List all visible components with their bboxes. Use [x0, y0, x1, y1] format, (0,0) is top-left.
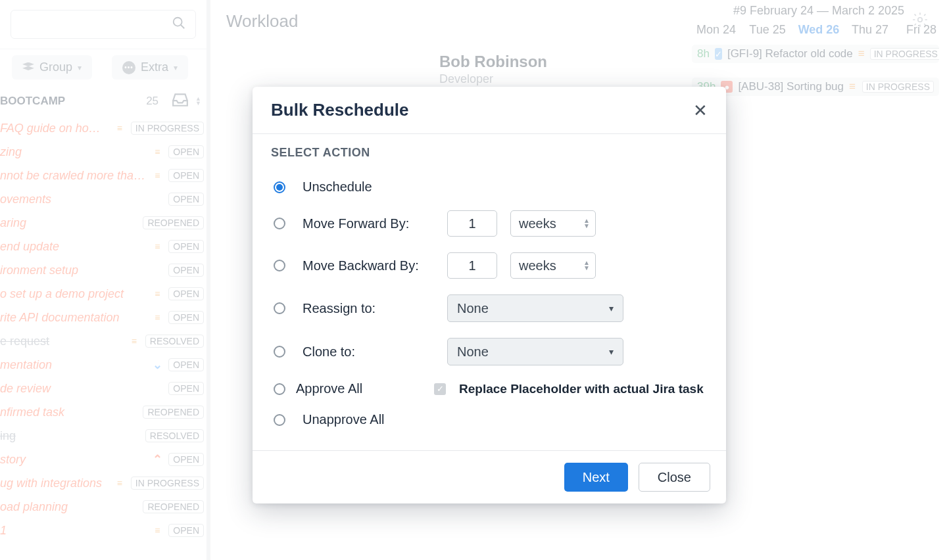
- reassign-value: None: [457, 301, 489, 316]
- move-backward-unit-select[interactable]: weeks ▲▼: [510, 252, 596, 279]
- radio-unapprove-all[interactable]: [274, 414, 285, 426]
- move-backward-amount-input[interactable]: [447, 252, 497, 279]
- option-clone[interactable]: Clone to: None ▾: [271, 330, 708, 373]
- chevron-down-icon: ▾: [609, 303, 614, 314]
- radio-label: Reassign to:: [303, 301, 434, 316]
- modal-body: SELECT ACTION Unschedule Move Forward By…: [253, 134, 726, 450]
- radio-reassign[interactable]: [274, 302, 285, 314]
- radio-label: Unapprove All: [303, 412, 434, 427]
- stepper-icon: ▲▼: [583, 218, 590, 229]
- chevron-down-icon: ▾: [609, 346, 614, 357]
- modal-footer: Next Close: [253, 450, 726, 503]
- next-button[interactable]: Next: [564, 463, 628, 492]
- option-move-forward[interactable]: Move Forward By: weeks ▲▼: [271, 202, 708, 245]
- close-icon: ✕: [693, 101, 708, 120]
- radio-label: Move Backward By:: [303, 258, 434, 273]
- radio-label: Clone to:: [303, 344, 434, 360]
- unit-value: weeks: [519, 216, 556, 231]
- move-forward-amount-input[interactable]: [447, 210, 497, 237]
- radio-label: Move Forward By:: [303, 216, 434, 231]
- option-approve-all[interactable]: Approve All Replace Placeholder with act…: [271, 373, 708, 404]
- replace-placeholder-label: Replace Placeholder with actual Jira tas…: [459, 382, 704, 396]
- option-unapprove-all[interactable]: Unapprove All: [271, 404, 708, 435]
- radio-label: Unschedule: [303, 179, 434, 195]
- radio-move-forward[interactable]: [274, 218, 285, 229]
- option-move-backward[interactable]: Move Backward By: weeks ▲▼: [271, 245, 708, 287]
- radio-approve-all[interactable]: [274, 383, 285, 395]
- radio-unschedule[interactable]: [274, 181, 285, 193]
- replace-placeholder-checkbox[interactable]: [434, 383, 446, 395]
- next-button-label: Next: [583, 470, 610, 485]
- radio-label: Approve All: [296, 381, 427, 396]
- clone-select[interactable]: None ▾: [447, 338, 623, 365]
- close-button-label: Close: [658, 470, 691, 485]
- modal-header: Bulk Reschedule ✕: [253, 87, 726, 134]
- reassign-select[interactable]: None ▾: [447, 294, 623, 322]
- radio-clone[interactable]: [274, 346, 285, 358]
- modal-title: Bulk Reschedule: [271, 100, 409, 120]
- close-button[interactable]: ✕: [693, 102, 708, 119]
- option-reassign[interactable]: Reassign to: None ▾: [271, 287, 708, 330]
- unit-value: weeks: [519, 258, 556, 273]
- section-title: SELECT ACTION: [271, 146, 708, 160]
- option-unschedule[interactable]: Unschedule: [271, 172, 708, 202]
- radio-move-backward[interactable]: [274, 260, 285, 271]
- move-forward-unit-select[interactable]: weeks ▲▼: [510, 210, 596, 237]
- clone-value: None: [457, 344, 489, 360]
- bulk-reschedule-modal: Bulk Reschedule ✕ SELECT ACTION Unschedu…: [253, 87, 726, 503]
- close-button-footer[interactable]: Close: [639, 463, 710, 492]
- stepper-icon: ▲▼: [583, 260, 590, 271]
